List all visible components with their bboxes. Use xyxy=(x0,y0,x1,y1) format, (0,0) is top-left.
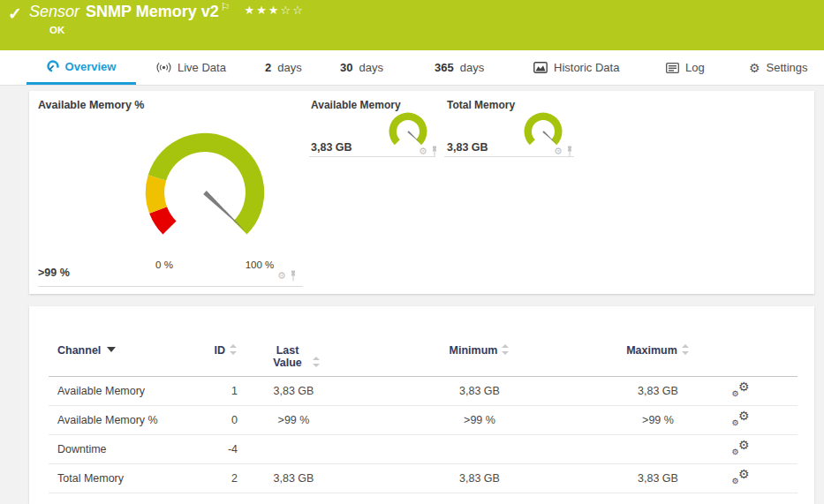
overview-gauges-panel: Available Memory % 0 % 100 % >99 % ⚙ Ava… xyxy=(29,91,814,294)
tab-30-days[interactable]: 30 days xyxy=(340,50,383,85)
log-icon xyxy=(666,63,679,73)
gauge-settings-gear-icon[interactable]: ⚙ xyxy=(554,147,563,156)
column-header-maximum[interactable]: Maximum xyxy=(615,331,701,377)
channel-settings-icon[interactable]: ⚙⚙ xyxy=(732,440,750,456)
sensor-status-text: OK xyxy=(49,25,64,35)
flag-icon: ⚐ xyxy=(221,1,231,13)
column-header-last-value[interactable]: Last Value xyxy=(243,331,344,377)
gauge-icon xyxy=(47,60,59,72)
table-row: Available Memory 1 3,83 GB 3,83 GB 3,83 … xyxy=(49,377,798,406)
object-kind-label: Sensor xyxy=(29,3,79,20)
gear-icon: ⚙ xyxy=(749,62,760,74)
column-header-channel[interactable]: Channel xyxy=(49,331,190,377)
tab-2-days[interactable]: 2 days xyxy=(265,50,302,85)
tab-365-days[interactable]: 365 days xyxy=(435,50,484,85)
chart-icon xyxy=(533,62,548,73)
tab-overview[interactable]: Overview xyxy=(26,50,136,85)
tab-log[interactable]: Log xyxy=(666,50,705,85)
table-row: Available Memory % 0 >99 % >99 % >99 % ⚙… xyxy=(49,406,798,435)
gauge-scale-min: 0 % xyxy=(147,260,182,270)
mini-gauge-title-total-memory: Total Memory xyxy=(447,99,515,111)
channel-table-panel: Channel ID Last Value Minimum Maximum xyxy=(29,306,814,504)
channel-table: Channel ID Last Value Minimum Maximum xyxy=(49,331,798,493)
gauge-scale-max: 100 % xyxy=(238,260,282,270)
mini-gauge-value: 3,83 GB xyxy=(311,141,352,154)
sensor-tab-bar: Overview Live Data 2 days 30 days 365 da… xyxy=(0,50,824,86)
mini-gauge-title-available-memory: Available Memory xyxy=(311,99,401,111)
main-gauge-title: Available Memory % xyxy=(38,99,144,111)
priority-stars[interactable]: ★★★☆☆ xyxy=(245,4,305,17)
column-header-minimum[interactable]: Minimum xyxy=(344,331,615,377)
available-memory-percent-gauge xyxy=(132,120,277,265)
broadcast-icon xyxy=(156,62,171,73)
pin-icon[interactable] xyxy=(289,270,298,282)
check-icon: ✓ xyxy=(8,4,22,24)
channel-settings-icon[interactable]: ⚙⚙ xyxy=(732,411,750,427)
table-row: Total Memory 2 3,83 GB 3,83 GB 3,83 GB ⚙… xyxy=(49,464,798,493)
mini-gauge-value: 3,83 GB xyxy=(447,141,488,154)
sort-icon xyxy=(502,344,510,355)
gauge-settings-gear-icon[interactable]: ⚙ xyxy=(419,147,427,156)
tab-historic-data[interactable]: Historic Data xyxy=(533,50,619,85)
divider xyxy=(38,286,303,287)
sensor-status-banner: ✓ SensorSNMP Memory v2⚐★★★☆☆ OK xyxy=(0,0,824,50)
divider xyxy=(444,156,574,157)
column-header-id[interactable]: ID xyxy=(190,331,243,377)
gauge-settings-gear-icon[interactable]: ⚙ xyxy=(277,271,286,281)
sort-icon xyxy=(230,344,238,355)
tab-settings[interactable]: ⚙ Settings xyxy=(749,50,808,85)
sort-icon xyxy=(313,357,321,367)
channel-settings-icon[interactable]: ⚙⚙ xyxy=(732,382,750,398)
sort-caret-icon xyxy=(107,347,116,352)
table-row: Downtime -4 ⚙⚙ xyxy=(49,435,798,464)
sensor-title: SNMP Memory v2 xyxy=(86,3,219,20)
main-gauge-value: >99 % xyxy=(38,267,70,279)
tab-live-data[interactable]: Live Data xyxy=(156,50,226,85)
gauge-needle xyxy=(203,191,245,230)
divider xyxy=(309,156,435,157)
sort-icon xyxy=(682,344,690,355)
channel-settings-icon[interactable]: ⚙⚙ xyxy=(732,470,750,485)
